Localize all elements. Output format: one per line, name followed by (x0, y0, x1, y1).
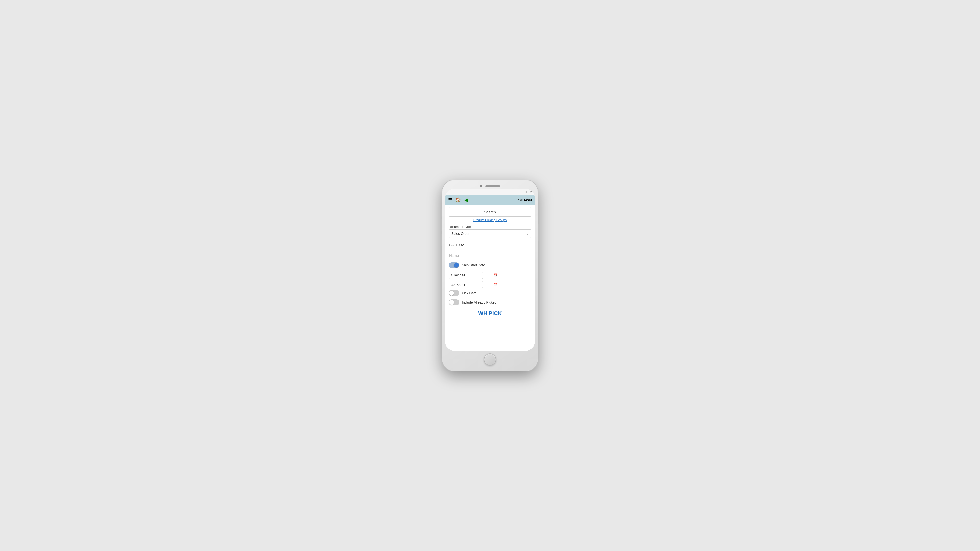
speaker-grille (485, 186, 500, 187)
date-to-wrapper: 📅 (449, 281, 483, 288)
calendar-from-icon[interactable]: 📅 (493, 273, 498, 277)
document-type-label: Document Type (449, 225, 531, 229)
app-content: Search Product Picking Groups Document T… (445, 205, 535, 351)
include-already-picked-label: Include Already Picked (462, 300, 496, 304)
phone-screen: ← — □ ✕ ☰ 🏠 ◀ SHAWN Search Product Picki… (445, 189, 535, 351)
date-from-wrapper: 📅 (449, 272, 483, 279)
pick-date-knob (449, 291, 454, 295)
back-arrow-icon[interactable]: ◀ (464, 197, 468, 203)
side-button-vol-down (441, 234, 442, 246)
phone-top-notch (445, 183, 535, 189)
home-icon[interactable]: 🏠 (455, 197, 461, 203)
pick-date-toggle[interactable] (449, 290, 460, 296)
window-titlebar: ← — □ ✕ (445, 189, 535, 195)
home-button[interactable] (484, 353, 496, 365)
side-button-vol-up (441, 219, 442, 232)
menu-icon[interactable]: ☰ (448, 197, 452, 203)
pick-date-label: Pick Date (462, 291, 477, 295)
calendar-to-icon[interactable]: 📅 (493, 283, 498, 286)
wh-pick-link[interactable]: WH PICK (449, 310, 531, 319)
phone-bottom-bar (445, 351, 535, 368)
side-button-power (538, 224, 539, 241)
front-camera (480, 185, 482, 187)
date-from-input[interactable] (451, 273, 492, 277)
document-type-select[interactable]: Sales Order (449, 229, 531, 238)
product-picking-groups-link[interactable]: Product Picking Groups (449, 218, 531, 222)
include-already-picked-toggle[interactable] (449, 300, 460, 305)
minimize-button[interactable]: — (520, 190, 523, 194)
side-button-mute (441, 210, 442, 217)
app-header: ☰ 🏠 ◀ SHAWN (445, 195, 535, 205)
order-number-input[interactable] (449, 241, 531, 249)
titlebar-back-button[interactable]: ← (447, 190, 452, 194)
phone-device: ← — □ ✕ ☰ 🏠 ◀ SHAWN Search Product Picki… (442, 180, 538, 371)
ship-start-date-toggle[interactable] (449, 262, 460, 268)
pick-date-row: Pick Date (449, 290, 531, 296)
include-already-picked-row: Include Already Picked (449, 300, 531, 305)
ship-start-date-row: Ship/Start Date (449, 262, 531, 268)
ship-start-date-label: Ship/Start Date (462, 263, 485, 267)
search-button[interactable]: Search (449, 207, 531, 217)
include-already-picked-knob (449, 300, 454, 305)
document-type-wrapper: Sales Order ⌄ (449, 229, 531, 238)
user-name[interactable]: SHAWN (518, 198, 532, 202)
close-button[interactable]: ✕ (530, 190, 533, 194)
toggle-knob (454, 263, 459, 268)
name-input[interactable] (449, 251, 531, 260)
date-to-input[interactable] (451, 283, 492, 286)
maximize-button[interactable]: □ (525, 190, 528, 194)
